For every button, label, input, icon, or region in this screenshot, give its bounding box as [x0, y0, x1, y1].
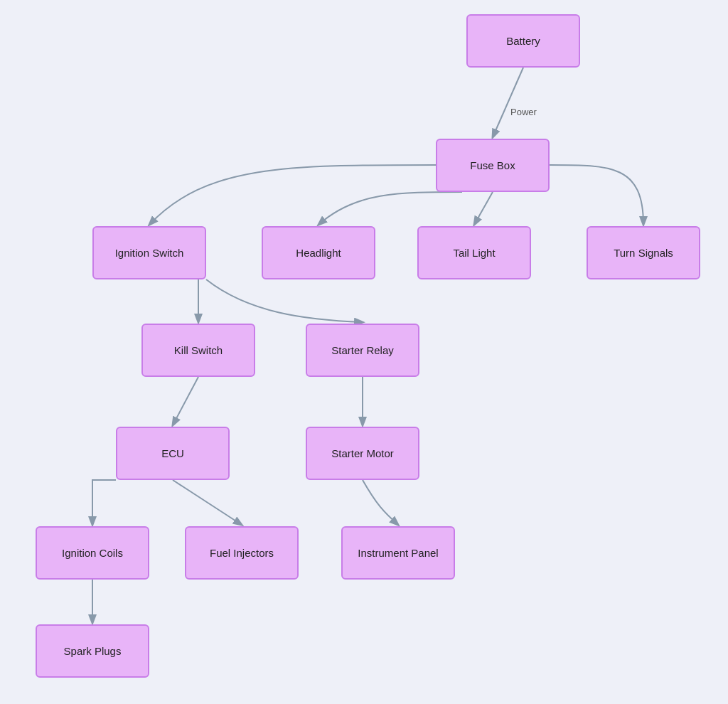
node-fusebox: Fuse Box: [436, 139, 550, 192]
svg-line-1: [474, 192, 493, 225]
power-label: Power: [510, 107, 537, 117]
node-instrument-panel: Instrument Panel: [341, 526, 455, 580]
node-ecu: ECU: [116, 427, 230, 480]
node-kill-switch: Kill Switch: [141, 324, 255, 377]
node-spark-plugs: Spark Plugs: [36, 624, 149, 678]
node-ignition-switch: Ignition Switch: [92, 226, 206, 279]
node-starter-relay: Starter Relay: [306, 324, 419, 377]
svg-line-3: [173, 377, 198, 425]
node-battery: Battery: [466, 14, 580, 68]
diagram-container: Power Battery Fuse Box Ignition Switch H…: [0, 0, 728, 704]
node-fuel-injectors: Fuel Injectors: [185, 526, 299, 580]
node-ignition-coils: Ignition Coils: [36, 526, 149, 580]
svg-line-0: [493, 68, 523, 137]
svg-line-5: [173, 480, 242, 525]
node-tail-light: Tail Light: [417, 226, 531, 279]
node-headlight: Headlight: [262, 226, 375, 279]
node-turn-signals: Turn Signals: [587, 226, 700, 279]
node-starter-motor: Starter Motor: [306, 427, 419, 480]
